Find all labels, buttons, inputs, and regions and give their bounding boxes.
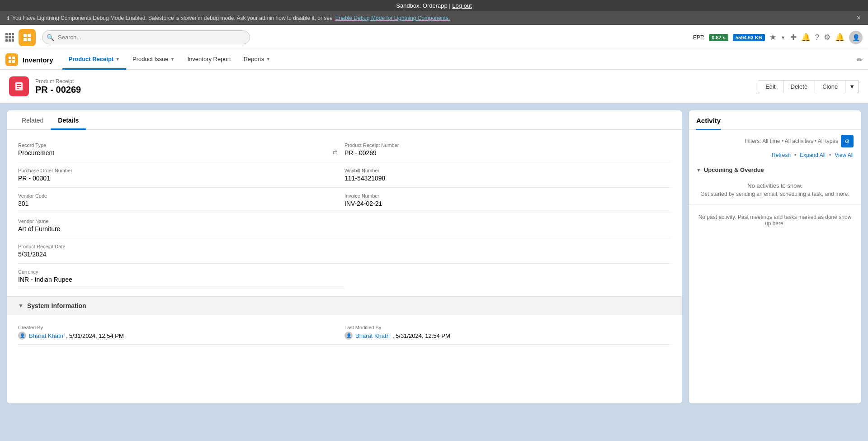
edit-button[interactable]: Edit [758, 80, 783, 93]
right-panel: Activity Filters: All time • All activit… [689, 110, 861, 403]
delete-button[interactable]: Delete [783, 80, 816, 93]
product-receipt-date-field: Product Receipt Date 5/31/2024 [18, 238, 344, 264]
page-header: Product Receipt PR - 00269 Edit Delete C… [0, 70, 868, 103]
header: 🔍 EPT: 0.87 s 5594.63 KB ★ ▼ ✚ 🔔 ? ⚙ 🔔 👤 [0, 25, 868, 50]
star-icon[interactable]: ★ [769, 33, 776, 42]
nav-edit-icon[interactable]: ✏ [857, 56, 863, 64]
debug-message: You Have Lightning Components Debug Mode… [12, 15, 333, 21]
header-actions: Edit Delete Clone ▼ [758, 80, 859, 93]
chevron-down-icon[interactable]: ▼ [781, 35, 786, 40]
modified-by-avatar: 👤 [344, 332, 353, 340]
nav-inventory-report[interactable]: Inventory Report [181, 50, 237, 70]
upcoming-section: ▼ Upcoming & Overdue No activities to sh… [689, 163, 861, 201]
spacer-field [344, 213, 671, 238]
upcoming-label: Upcoming & Overdue [704, 166, 764, 173]
waffle-icon[interactable] [5, 33, 14, 42]
record-type-label: Record Type [18, 142, 337, 148]
svg-rect-0 [24, 34, 27, 37]
vendor-name-field: Vendor Name Art of Furniture ✏ [18, 213, 344, 238]
debug-link[interactable]: Enable Debug Mode for Lightning Componen… [335, 15, 450, 21]
vendor-name-value: Art of Furniture [18, 225, 337, 232]
created-by-link[interactable]: Bharat Khatri [29, 332, 63, 339]
kb-value: 5594.63 KB [733, 34, 765, 41]
svg-rect-10 [17, 86, 21, 87]
filter-settings-button[interactable]: ⚙ [841, 135, 854, 147]
tabs: Related Details [7, 110, 682, 130]
vendor-code-value: 301 [18, 200, 337, 207]
currency-label: Currency [18, 269, 337, 275]
last-modified-link[interactable]: Bharat Khatri [355, 332, 390, 339]
search-bar: 🔍 [42, 30, 250, 44]
record-type-field: Record Type Procurement ⇄ [18, 137, 344, 162]
nav-dropdown-icon-3: ▼ [266, 57, 270, 62]
vendor-code-label: Vendor Code [18, 193, 337, 199]
nav-product-receipt[interactable]: Product Receipt ▼ [62, 50, 127, 70]
product-receipt-date-label: Product Receipt Date [18, 244, 337, 249]
product-receipt-date-value: 5/31/2024 [18, 251, 337, 258]
add-icon[interactable]: ✚ [790, 33, 797, 42]
purchase-order-label: Purchase Order Number [18, 168, 337, 173]
close-icon[interactable]: × [857, 14, 861, 22]
help-icon[interactable]: ? [815, 33, 819, 42]
created-by-value: 👤 Bharat Khatri , 5/31/2024, 12:54 PM [18, 332, 337, 340]
system-information-section[interactable]: ▼ System Information [7, 296, 682, 315]
product-receipt-number-label: Product Receipt Number [344, 142, 664, 148]
activity-title: Activity [696, 117, 721, 130]
created-by-avatar: 👤 [18, 332, 26, 340]
last-modified-label: Last Modified By [344, 325, 664, 330]
record-title: PR - 00269 [35, 85, 751, 95]
nav-reports[interactable]: Reports ▼ [237, 50, 277, 70]
search-input[interactable] [42, 30, 250, 44]
spacer-field-2 [344, 238, 671, 264]
product-receipt-number-field: Product Receipt Number PR - 00269 [344, 137, 671, 162]
notifications-icon[interactable]: 🔔 [835, 33, 844, 42]
svg-rect-7 [12, 60, 15, 63]
svg-rect-6 [9, 60, 11, 63]
invoice-number-field: Invoice Number INV-24-02-21 ✏ [344, 188, 671, 213]
header-right: EPT: 0.87 s 5594.63 KB ★ ▼ ✚ 🔔 ? ⚙ 🔔 👤 [693, 31, 863, 44]
svg-rect-5 [12, 57, 15, 59]
invoice-number-value: INV-24-02-21 [344, 200, 664, 207]
system-info-grid: Created By 👤 Bharat Khatri , 5/31/2024, … [7, 315, 682, 350]
waybill-value: 111-54321098 [344, 175, 664, 182]
record-type-value: Procurement [18, 149, 337, 156]
upcoming-chevron-icon: ▼ [696, 167, 701, 173]
nav-dropdown-icon-1: ▼ [170, 57, 175, 62]
no-activity-text: No activities to show. [696, 177, 854, 191]
actions-dropdown-button[interactable]: ▼ [845, 80, 859, 93]
record-icon [9, 76, 29, 96]
bell-icon[interactable]: 🔔 [801, 33, 811, 42]
view-all-link[interactable]: View All [835, 152, 854, 158]
tab-related[interactable]: Related [14, 110, 51, 130]
invoice-number-label: Invoice Number [344, 193, 664, 199]
avatar[interactable]: 👤 [849, 31, 863, 44]
info-icon: ℹ [7, 15, 9, 21]
tab-details[interactable]: Details [51, 110, 86, 130]
svg-rect-11 [17, 88, 19, 89]
clone-button[interactable]: Clone [815, 80, 845, 93]
filters-text: Filters: All time • All activities • All… [745, 138, 838, 144]
vendor-name-label: Vendor Name [18, 218, 337, 224]
ept-label: EPT: [693, 34, 704, 41]
purchase-order-number-field: Purchase Order Number PR - 00301 ✏ [18, 162, 344, 188]
activity-links: Refresh • Expand All • View All [689, 152, 861, 163]
last-modified-date: , 5/31/2024, 12:54 PM [392, 332, 450, 339]
expand-all-link[interactable]: Expand All [800, 152, 826, 158]
refresh-link[interactable]: Refresh [772, 152, 791, 158]
record-subtitle: Product Receipt [35, 78, 751, 85]
svg-rect-9 [17, 84, 21, 85]
section-chevron-icon: ▼ [18, 303, 24, 309]
svg-rect-3 [28, 38, 31, 41]
logout-link[interactable]: Log out [452, 2, 472, 9]
created-by-date: , 5/31/2024, 12:54 PM [66, 332, 124, 339]
svg-rect-4 [9, 57, 11, 59]
setup-icon[interactable]: ⚙ [824, 33, 830, 42]
upcoming-header: ▼ Upcoming & Overdue [696, 163, 854, 177]
main-content: Related Details Record Type Procurement … [0, 103, 868, 411]
app-logo[interactable] [19, 29, 36, 46]
currency-value: INR - Indian Rupee [18, 276, 337, 283]
nav-product-issue[interactable]: Product Issue ▼ [126, 50, 181, 70]
nav-bar: Inventory Product Receipt ▼ Product Issu… [0, 50, 868, 70]
refresh-icon[interactable]: ⇄ [332, 149, 337, 156]
nav-dropdown-icon-0: ▼ [115, 57, 120, 62]
